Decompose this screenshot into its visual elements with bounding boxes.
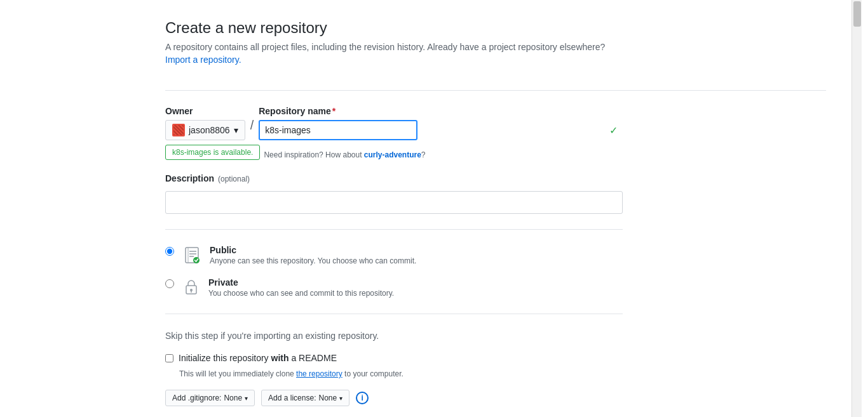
private-label: Private — [208, 277, 394, 288]
readme-checkbox[interactable] — [165, 354, 173, 362]
license-dropdown[interactable]: Add a license: None ▾ — [261, 390, 349, 406]
svg-rect-1 — [187, 248, 189, 263]
private-option: Private You choose who can see and commi… — [165, 277, 623, 298]
gitignore-dropdown[interactable]: Add .gitignore: None ▾ — [165, 390, 255, 406]
page-subtitle: A repository contains all project files,… — [165, 42, 826, 52]
repo-name-col: Repository name* ✓ — [259, 106, 623, 140]
dropdown-row: Add .gitignore: None ▾ Add a license: No… — [165, 390, 623, 406]
book-icon — [182, 245, 202, 265]
availability-row: k8s-images is available. Need inspiratio… — [165, 144, 623, 161]
repo-name-input[interactable] — [259, 120, 417, 140]
owner-caret: ▾ — [234, 125, 238, 135]
description-label: Description — [165, 173, 214, 183]
top-divider — [165, 90, 826, 91]
license-value: None — [318, 394, 337, 402]
owner-label: Owner — [165, 106, 245, 116]
private-radio[interactable] — [165, 279, 174, 288]
private-icon-wrapper — [182, 277, 201, 298]
owner-avatar-pattern — [173, 125, 184, 135]
info-icon[interactable]: i — [356, 392, 369, 404]
repo-name-label: Repository name* — [259, 106, 623, 116]
scrollbar-thumb[interactable] — [853, 1, 861, 27]
page-title: Create a new repository — [165, 19, 826, 37]
readme-label: Initialize this repository with a README — [179, 353, 337, 363]
public-label: Public — [210, 245, 416, 255]
svg-point-9 — [190, 289, 193, 291]
slash-separator: / — [250, 115, 254, 131]
inspiration-hint: Need inspiration? How about curly-advent… — [264, 149, 425, 161]
readme-sublabel: This will let you immediately clone the … — [179, 368, 623, 380]
readme-label-with: with — [271, 353, 289, 363]
visibility-divider — [165, 229, 623, 230]
license-caret: ▾ — [339, 395, 342, 402]
public-icon-wrapper — [182, 245, 202, 267]
gitignore-value: None — [224, 394, 242, 402]
suggestion-link[interactable]: curly-adventure — [364, 150, 421, 159]
owner-dropdown[interactable]: jason8806 ▾ — [165, 120, 245, 140]
create-repo-form: Owner jason8806 ▾ / Repository name* — [165, 106, 623, 417]
owner-repo-row: Owner jason8806 ▾ / Repository name* — [165, 106, 623, 140]
public-radio[interactable] — [165, 247, 174, 256]
clone-link[interactable]: the repository — [296, 369, 342, 378]
skip-text: Skip this step if you're importing an ex… — [165, 329, 623, 343]
initialize-divider — [165, 314, 623, 314]
gitignore-caret: ▾ — [245, 395, 248, 402]
public-option: Public Anyone can see this repository. Y… — [165, 245, 623, 267]
gitignore-label: Add .gitignore: — [172, 394, 221, 402]
owner-name: jason8806 — [189, 125, 230, 135]
private-text: Private You choose who can see and commi… — [208, 277, 394, 298]
private-description: You choose who can see and commit to thi… — [208, 289, 394, 298]
public-text: Public Anyone can see this repository. Y… — [210, 245, 416, 265]
owner-avatar — [172, 124, 185, 136]
license-label: Add a license: — [268, 394, 316, 402]
owner-col: Owner jason8806 ▾ — [165, 106, 245, 140]
description-label-row: Description (optional) — [165, 173, 623, 187]
availability-tooltip: k8s-images is available. — [165, 145, 260, 160]
import-link[interactable]: Import a repository. — [165, 55, 241, 65]
svg-point-5 — [193, 257, 200, 263]
readme-checkbox-row: Initialize this repository with a README — [165, 353, 623, 363]
repo-name-input-wrapper: ✓ — [259, 120, 623, 140]
required-star: * — [332, 106, 336, 116]
scrollbar[interactable] — [851, 0, 862, 417]
optional-label: (optional) — [218, 175, 250, 183]
lock-icon — [182, 277, 201, 296]
description-input[interactable] — [165, 191, 623, 214]
repo-name-valid-icon: ✓ — [609, 124, 618, 136]
public-description: Anyone can see this repository. You choo… — [210, 256, 416, 265]
